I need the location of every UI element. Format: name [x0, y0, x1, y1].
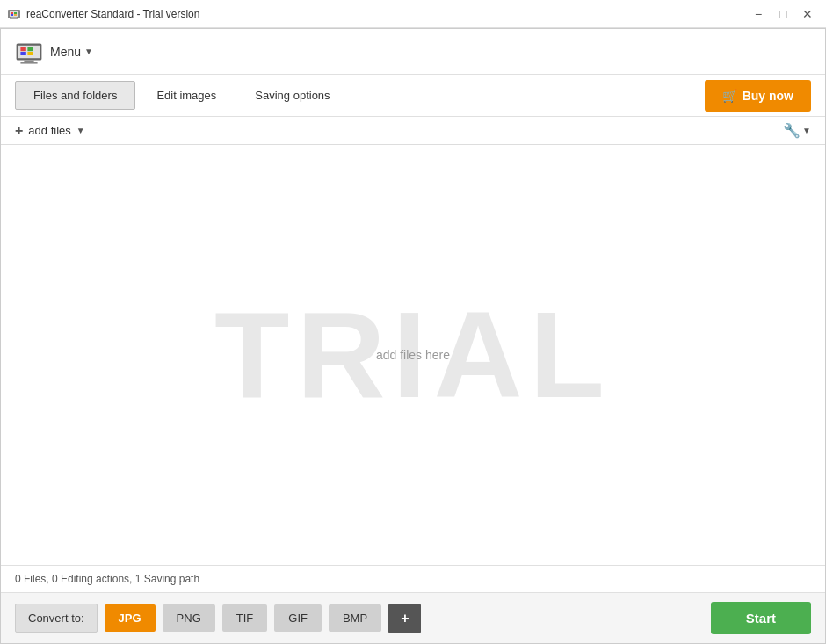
dropdown-arrow-icon: ▼ — [76, 126, 85, 135]
app-logo-icon — [15, 38, 43, 66]
format-gif-button[interactable]: GIF — [274, 604, 322, 632]
menu-bar: Menu ▼ — [1, 29, 825, 75]
tab-bar: Files and folders Edit images Saving opt… — [1, 75, 825, 117]
app-icon — [7, 7, 21, 21]
drop-zone[interactable]: TRIAL add files here — [1, 145, 825, 565]
cart-icon: 🛒 — [722, 89, 737, 103]
main-window: Menu ▼ Files and folders Edit images Sav… — [0, 28, 826, 644]
status-text: 0 Files, 0 Editing actions, 1 Saving pat… — [15, 573, 199, 585]
status-bar: 0 Files, 0 Editing actions, 1 Saving pat… — [1, 565, 825, 592]
svg-rect-4 — [11, 12, 13, 14]
close-button[interactable]: ✕ — [796, 4, 819, 25]
plus-icon: + — [15, 123, 23, 139]
settings-arrow-icon: ▼ — [802, 126, 811, 135]
drop-zone-placeholder: add files here — [376, 348, 450, 362]
format-jpg-button[interactable]: JPG — [105, 604, 156, 632]
start-button[interactable]: Start — [711, 602, 811, 634]
format-png-button[interactable]: PNG — [163, 604, 215, 632]
svg-rect-3 — [10, 18, 18, 19]
tab-files-and-folders[interactable]: Files and folders — [15, 81, 135, 110]
svg-rect-11 — [27, 47, 33, 51]
svg-rect-5 — [14, 12, 17, 14]
action-bar: + add files ▼ 🔧 ▼ — [1, 117, 825, 145]
svg-rect-2 — [11, 17, 17, 18]
tab-edit-images[interactable]: Edit images — [139, 82, 234, 109]
title-bar-left: reaConverter Standard - Trial version — [7, 7, 199, 21]
settings-button[interactable]: 🔧 ▼ — [783, 122, 811, 139]
title-bar-title: reaConverter Standard - Trial version — [26, 8, 199, 20]
buy-now-button[interactable]: 🛒 Buy now — [705, 80, 811, 112]
convert-to-label: Convert to: — [15, 604, 98, 633]
svg-rect-13 — [27, 52, 33, 55]
add-format-button[interactable]: + — [388, 604, 421, 633]
format-bmp-button[interactable]: BMP — [329, 604, 381, 632]
add-files-label: add files — [28, 124, 70, 137]
maximize-button[interactable]: □ — [772, 4, 794, 25]
svg-rect-14 — [24, 60, 33, 62]
tab-saving-options[interactable]: Saving options — [237, 82, 347, 109]
svg-rect-7 — [14, 14, 17, 16]
minimize-button[interactable]: − — [747, 4, 770, 25]
menu-button[interactable]: Menu ▼ — [50, 45, 93, 59]
svg-rect-10 — [20, 47, 25, 51]
menu-label: Menu — [50, 45, 81, 59]
svg-rect-12 — [20, 52, 25, 55]
buy-now-label: Buy now — [743, 89, 793, 103]
svg-rect-6 — [11, 14, 13, 16]
wrench-icon: 🔧 — [783, 122, 801, 139]
menu-arrow-icon: ▼ — [84, 47, 93, 56]
title-bar-controls: − □ ✕ — [747, 4, 819, 25]
convert-bar: Convert to: JPG PNG TIF GIF BMP + Start — [1, 592, 825, 643]
format-tif-button[interactable]: TIF — [222, 604, 268, 632]
svg-rect-15 — [20, 62, 37, 64]
add-files-button[interactable]: + add files ▼ — [15, 123, 85, 139]
title-bar: reaConverter Standard - Trial version − … — [0, 0, 826, 28]
